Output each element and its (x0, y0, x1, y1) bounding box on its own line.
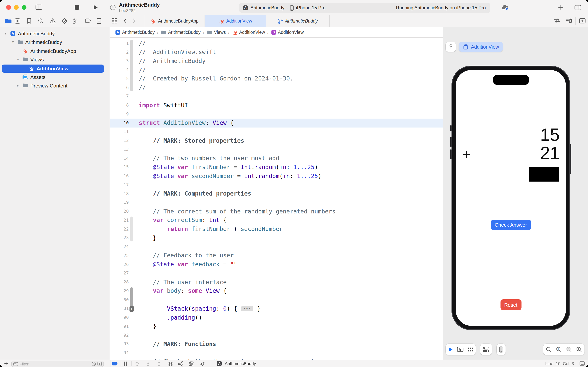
line-number[interactable]: 17 (110, 182, 129, 187)
line-number[interactable]: 21 (110, 218, 129, 223)
code-line-14[interactable]: 14 // The two numbers the user must add (110, 154, 443, 163)
code-line-21[interactable]: 21 var correctSum: Int { (110, 216, 443, 225)
tests-icon[interactable] (61, 18, 68, 24)
chevron-right-icon[interactable]: ▸ (17, 84, 19, 88)
memory-graph-icon[interactable] (178, 361, 184, 367)
breakpoints-tag-icon[interactable] (85, 18, 91, 23)
code-line-18[interactable]: 18 // MARK: Computed properties (110, 189, 443, 198)
line-number[interactable]: 5 (110, 76, 129, 81)
line-number[interactable]: 92 (110, 333, 129, 338)
editor-focus-icon[interactable] (580, 361, 585, 366)
issues-warning-icon[interactable] (49, 18, 56, 24)
zoom-out-icon[interactable] (546, 346, 552, 352)
line-number[interactable]: 18 (110, 191, 129, 196)
code-line-90[interactable]: 90 .padding() (110, 313, 443, 322)
line-number[interactable]: 20 (110, 209, 129, 214)
tab-ArithmeticBuddyApp[interactable]: ArithmeticBuddyApp (144, 15, 205, 27)
minimize-window-button[interactable] (14, 5, 19, 10)
device-iphone-icon[interactable] (499, 346, 503, 352)
step-into-icon[interactable] (146, 361, 151, 366)
add-item-icon[interactable] (4, 361, 8, 366)
pause-icon[interactable] (124, 361, 127, 366)
line-number[interactable]: 93 (110, 342, 129, 347)
code-line-28[interactable]: 28 // The user interface (110, 278, 443, 287)
reports-icon[interactable] (96, 18, 101, 24)
zoom-window-button[interactable] (22, 5, 26, 10)
answer-input-field[interactable] (529, 167, 559, 182)
line-number[interactable]: 16 (110, 173, 129, 178)
search-icon[interactable] (38, 18, 44, 24)
code-line-6[interactable]: 6// (110, 83, 443, 92)
sidebar-item-Preview-Content[interactable]: ▸Preview Content (0, 82, 110, 90)
go-back-icon[interactable] (123, 18, 127, 24)
line-number[interactable]: 14 (110, 156, 129, 161)
tab-AdditionView[interactable]: AdditionView (205, 15, 266, 27)
breadcrumb-item[interactable]: SAdditionView (271, 30, 304, 35)
code-line-92[interactable]: 92 (110, 331, 443, 340)
cloud-sync-icon[interactable] (501, 4, 509, 10)
chevron-down-icon[interactable]: ▾ (5, 32, 6, 35)
code-line-29[interactable]: 29 var body: some View { (110, 286, 443, 295)
line-number[interactable]: 29 (110, 288, 129, 293)
line-number[interactable]: 7 (110, 94, 129, 99)
code-line-2[interactable]: 2// AdditionView.swift (110, 48, 443, 57)
project-folder-icon[interactable] (5, 18, 12, 24)
tab-ArithmeticBuddy[interactable]: ArithmeticBuddy (266, 15, 330, 27)
fold-disclosure-icon[interactable]: › (129, 306, 134, 312)
line-number[interactable]: 25 (110, 253, 129, 258)
sidebar-item-Assets[interactable]: Assets (0, 73, 110, 82)
line-number[interactable]: 12 (110, 138, 129, 143)
chevron-down-icon[interactable]: ▾ (12, 40, 14, 44)
recents-clock-icon[interactable] (91, 362, 96, 366)
code-line-17[interactable]: 17 (110, 180, 443, 189)
new-tab-button[interactable] (558, 4, 564, 10)
code-line-5[interactable]: 5// Created by Russell Gordon on 2024-01… (110, 74, 443, 83)
line-number[interactable]: 3 (110, 58, 129, 64)
breadcrumb-item[interactable]: Views (207, 30, 226, 35)
line-number[interactable]: 19 (110, 200, 129, 205)
code-line-15[interactable]: 15 @State var firstNumber = Int.random(i… (110, 163, 443, 172)
code-line-11[interactable]: 11 (110, 127, 443, 136)
sidebar-item-AdditionView[interactable]: AdditionView (0, 64, 110, 73)
sidebar-item-ArithmeticBuddyApp[interactable]: ArithmeticBuddyApp (0, 47, 110, 56)
line-number[interactable]: 4 (110, 67, 129, 72)
code-line-13[interactable]: 13 (110, 145, 443, 154)
pin-preview-button[interactable] (446, 42, 456, 52)
line-number[interactable]: 31 (110, 306, 129, 311)
code-line-25[interactable]: 25 // Feedback to the user (110, 251, 443, 260)
check-answer-button[interactable]: Check Answer (491, 220, 531, 230)
close-window-button[interactable] (6, 5, 11, 10)
chevron-down-icon[interactable]: ▾ (17, 58, 19, 61)
debug-gauge-icon[interactable] (72, 18, 78, 24)
code-line-4[interactable]: 4// (110, 66, 443, 75)
code-line-10[interactable]: 10struct AdditionView: View { (110, 119, 443, 127)
sidebar-item-ArithmeticBuddy[interactable]: ▾AArithmeticBuddy (0, 30, 110, 38)
code-line-93[interactable]: 93 // MARK: Functions (110, 340, 443, 349)
line-number[interactable]: 6 (110, 85, 129, 90)
toggle-inspector-icon[interactable] (574, 4, 582, 11)
run-button[interactable] (92, 4, 98, 10)
line-number[interactable]: 23 (110, 235, 129, 241)
step-over-icon[interactable] (134, 361, 140, 366)
zoom-100-icon[interactable]: 1 (556, 346, 562, 352)
code-review-icon[interactable] (554, 18, 560, 23)
code-line-20[interactable]: 20 // The correct sum of the randomly ge… (110, 207, 443, 216)
folded-code-chip[interactable]: ••• (241, 306, 253, 312)
reset-button[interactable]: Reset (500, 299, 521, 310)
line-number[interactable]: 8 (110, 103, 129, 108)
code-line-7[interactable]: 7 (110, 92, 443, 101)
add-editor-icon[interactable] (579, 18, 586, 24)
line-number[interactable]: 27 (110, 271, 129, 276)
source-control-icon[interactable] (14, 18, 21, 24)
line-number[interactable]: 28 (110, 280, 129, 284)
code-line-95[interactable]: 95 // Check whether the user's answer wa… (110, 357, 443, 360)
add-file-filter-icon[interactable] (97, 362, 102, 366)
line-number[interactable]: 24 (110, 244, 129, 249)
related-items-icon[interactable] (112, 18, 118, 24)
code-line-19[interactable]: 19 (110, 198, 443, 207)
line-number[interactable]: 91 (110, 324, 129, 329)
line-number[interactable]: 13 (110, 147, 129, 152)
code-line-22[interactable]: 22 return firstNumber + secondNumber (110, 225, 443, 234)
zoom-in-icon[interactable] (576, 346, 582, 352)
code-line-26[interactable]: 26 @State var feedback = "" (110, 260, 443, 269)
